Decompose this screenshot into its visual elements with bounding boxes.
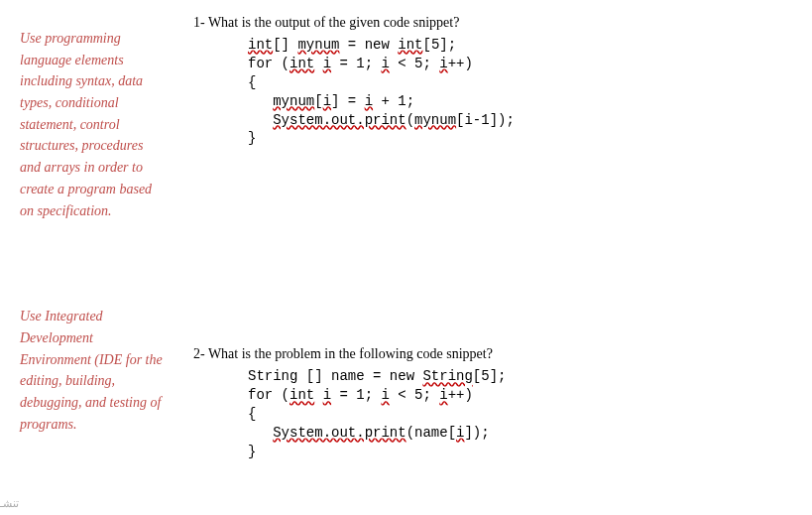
code-token: ++) [448, 387, 473, 403]
code-token: i [323, 387, 331, 403]
code-token: [ [314, 93, 322, 109]
code-token: < 5; [390, 387, 439, 403]
sidebar: Use programming language elements includ… [20, 10, 174, 491]
code-token: { [248, 74, 256, 90]
code-token: i [365, 93, 373, 109]
code-token: int [290, 387, 314, 403]
code-token: [5]; [473, 368, 507, 384]
code-token: i [381, 387, 389, 403]
code-token: for ( [248, 56, 290, 71]
code-token: = 1; [331, 56, 381, 71]
code-token: mynum [297, 37, 339, 53]
code-token: i [439, 56, 447, 71]
code-token [314, 387, 322, 403]
code-token: = 1; [331, 387, 381, 403]
code-token: + 1; [373, 93, 414, 109]
code-token: ] = [331, 93, 365, 109]
code-token: [] [273, 37, 297, 53]
code-token [248, 112, 273, 128]
code-token: String [] name = new [248, 368, 422, 384]
code-token [248, 425, 273, 441]
code-token: System.out.print [273, 112, 406, 128]
question-2-title: 2- What is the problem in the following … [193, 346, 792, 362]
code-token: { [248, 406, 256, 422]
code-token [248, 93, 273, 109]
code-token: i [381, 56, 389, 71]
main-content: 1- What is the output of the given code … [174, 10, 792, 491]
code-token: ++) [448, 56, 473, 71]
question-1-title: 1- What is the output of the given code … [193, 15, 792, 31]
code-token: } [248, 444, 256, 459]
code-token: mynum [273, 93, 314, 109]
code-token: (name[ [406, 425, 456, 441]
code-token: int [248, 37, 273, 53]
code-token: < 5; [390, 56, 439, 71]
code-token [314, 56, 322, 71]
question-2: 2- What is the problem in the following … [193, 346, 792, 460]
outcome-block-1: Use programming language elements includ… [20, 28, 164, 221]
code-token: } [248, 130, 256, 146]
code-token: i [439, 387, 447, 403]
code-token: System.out.print [273, 425, 406, 441]
code-token: i [323, 93, 331, 109]
code-token: ( [406, 112, 414, 128]
code-token: String [422, 368, 472, 384]
code-block-2: String [] name = new String[5]; for (int… [248, 367, 792, 460]
code-token: ]); [464, 425, 489, 441]
code-token: int [398, 37, 422, 53]
code-token: [5]; [422, 37, 456, 53]
code-block-1: int[] mynum = new int[5]; for (int i = 1… [248, 36, 792, 148]
code-token: int [290, 56, 314, 71]
code-token: i [323, 56, 331, 71]
code-token: = new [339, 37, 398, 53]
bottom-marker: تنشـ [0, 497, 19, 510]
outcome-block-2: Use Integrated Development Environment (… [20, 306, 164, 435]
code-token: mynum [414, 112, 456, 128]
question-1: 1- What is the output of the given code … [193, 15, 792, 148]
document-container: Use programming language elements includ… [0, 0, 812, 501]
code-token: [i-1]); [456, 112, 515, 128]
code-token: for ( [248, 387, 290, 403]
